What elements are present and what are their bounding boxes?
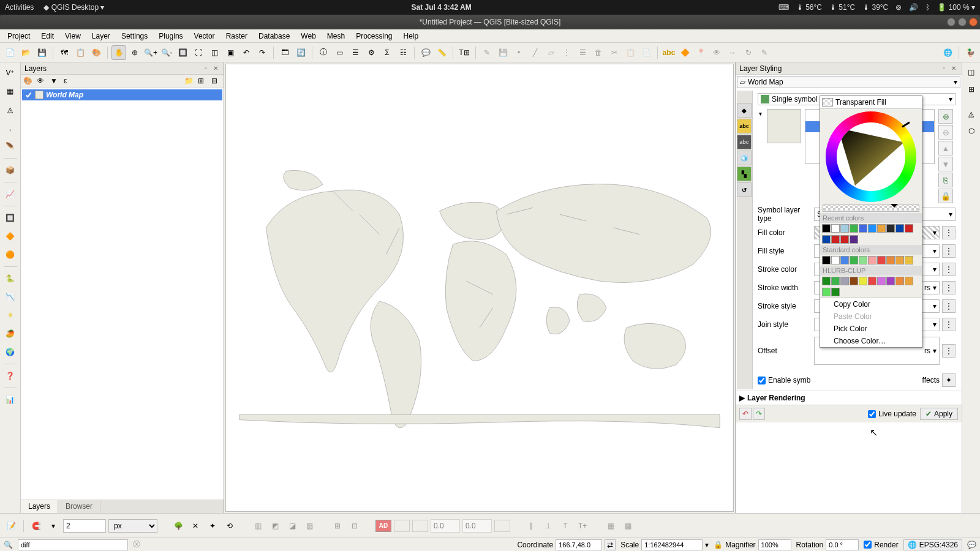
layer-row-world-map[interactable]: World Map [22, 89, 222, 100]
remove-symbol-layer-button[interactable]: ⊖ [938, 125, 953, 140]
cut-features-button[interactable]: ✂ [607, 45, 622, 60]
topology-toolbar-button[interactable]: ◬ [964, 107, 979, 121]
zoom-next-button[interactable]: ↷ [255, 45, 270, 60]
plugin-c-button[interactable]: 🟠 [2, 247, 18, 263]
copy-color-item[interactable]: Copy Color [820, 298, 922, 310]
pin-labels-button[interactable]: 📍 [693, 45, 708, 60]
zoom-selection-button[interactable]: ◫ [207, 45, 222, 60]
cad-t2-button[interactable]: T+ [575, 519, 590, 533]
crs-button[interactable]: 🌐 EPSG:4326 [903, 539, 962, 550]
label-tool-button[interactable]: abc [662, 45, 676, 60]
fill-color-dd-button[interactable]: ⋮ [942, 226, 956, 239]
color-triangle[interactable] [838, 128, 904, 186]
apply-button[interactable]: ✔ Apply [920, 408, 958, 420]
style-preset-icon[interactable]: 🎨 [23, 77, 33, 86]
wifi-icon[interactable]: ⊚ [895, 3, 902, 12]
stroke-color-dd-button[interactable]: ⋮ [942, 263, 956, 276]
add-vector-layer-button[interactable]: V⁺ [2, 65, 18, 81]
new-map-view-button[interactable]: 🗔 [277, 45, 292, 60]
print-layout-button[interactable]: 🗺 [57, 45, 72, 60]
volume-icon[interactable]: 🔊 [909, 3, 918, 12]
annotation-text-button[interactable]: T⊞ [457, 45, 472, 60]
rotate-label-button[interactable]: ↻ [741, 45, 756, 60]
vertex-tool-button[interactable]: ⋮ [559, 45, 574, 60]
help-plugin-button[interactable]: ❓ [2, 368, 18, 384]
plugin-a-button[interactable]: 🔲 [2, 210, 18, 226]
layers-panel-close-button[interactable]: ✕ [211, 64, 220, 73]
scale-input[interactable] [641, 539, 703, 550]
offset-dd-button[interactable]: ⋮ [942, 344, 956, 358]
tab-browser[interactable]: Browser [58, 500, 100, 513]
advanced-digitize-a-button[interactable]: ▥ [251, 519, 265, 533]
cad-toggle-button[interactable]: ⊞ [330, 519, 345, 533]
cad-parallel-button[interactable]: ∥ [524, 519, 538, 533]
add-csv-layer-button[interactable]: , [2, 120, 18, 136]
style-undo-button[interactable]: ↶ [739, 408, 752, 420]
misc-tool-a[interactable]: ▦ [603, 519, 618, 533]
delete-selected-button[interactable]: 🗑 [591, 45, 606, 60]
color-swatch[interactable] [877, 256, 886, 264]
layer-visibility-checkbox[interactable] [24, 91, 32, 99]
alpha-slider[interactable] [823, 204, 919, 212]
alpha-marker[interactable] [891, 204, 898, 211]
live-update-checkbox[interactable]: Live update [868, 410, 916, 418]
color-swatch[interactable] [831, 256, 840, 264]
filter-layers-icon[interactable]: 👁 [37, 77, 47, 86]
color-swatch[interactable] [877, 277, 886, 285]
menu-database[interactable]: Database [254, 31, 295, 42]
show-labels-button[interactable]: 👁 [709, 45, 724, 60]
save-project-button[interactable]: 💾 [34, 45, 49, 60]
menu-web[interactable]: Web [296, 31, 320, 42]
color-swatch[interactable] [886, 256, 895, 264]
plugin-network-button[interactable]: 🌐 [940, 45, 955, 60]
pick-color-item[interactable]: Pick Color [820, 323, 922, 335]
paste-features-button[interactable]: 📄 [639, 45, 654, 60]
lock-symbol-button[interactable]: 🔒 [938, 189, 953, 203]
diagram-tool-button[interactable]: 🔶 [677, 45, 692, 60]
snapping-toggle-button[interactable]: 🧲 [29, 519, 43, 533]
add-symbol-layer-button[interactable]: ⊕ [938, 109, 953, 124]
spreadsheet-plugin-button[interactable]: 📊 [2, 392, 18, 408]
save-edits-button[interactable]: 💾 [496, 45, 510, 60]
select-value-button[interactable]: ☰ [348, 45, 363, 60]
color-swatch[interactable] [850, 256, 858, 264]
grass-plugin-button[interactable]: ✳ [2, 307, 18, 323]
color-swatch[interactable] [905, 224, 913, 233]
coordinate-input[interactable] [556, 539, 602, 550]
color-swatch[interactable] [822, 235, 831, 244]
layer-rendering-section[interactable]: ▶ Layer Rendering [736, 391, 962, 405]
layout-manager-button[interactable]: 📋 [73, 45, 88, 60]
snap-intersect-button[interactable]: ✦ [205, 519, 220, 533]
python-console-button[interactable]: 🐍 [2, 271, 18, 287]
color-sv-marker[interactable] [882, 173, 887, 178]
attributes-table-button[interactable]: ☷ [396, 45, 410, 60]
refresh-button[interactable]: 🔄 [293, 45, 308, 60]
color-swatch[interactable] [822, 277, 831, 285]
add-mesh-layer-button[interactable]: ◬ [2, 102, 18, 118]
cad-perp-button[interactable]: ⊥ [541, 519, 556, 533]
menu-help[interactable]: Help [399, 31, 424, 42]
add-group-icon[interactable]: 📁 [184, 77, 194, 86]
window-minimize-button[interactable] [947, 18, 956, 26]
duplicate-symbol-button[interactable]: ⎘ [938, 173, 953, 187]
menu-settings[interactable]: Settings [116, 31, 153, 42]
change-label-button[interactable]: ✎ [757, 45, 772, 60]
db-plugin-button[interactable]: 🥭 [2, 326, 18, 342]
styling-panel-undock-button[interactable]: ▫ [940, 64, 948, 73]
window-close-button[interactable] [969, 18, 978, 26]
expand-all-icon[interactable]: ε [64, 77, 74, 86]
symbol-expand-button[interactable]: ▾ [758, 109, 763, 118]
menu-vector[interactable]: Vector [189, 31, 220, 42]
move-up-symbol-button[interactable]: ▲ [938, 141, 953, 156]
misc-tool-b[interactable]: ▩ [620, 519, 635, 533]
fill-style-dd-button[interactable]: ⋮ [942, 244, 956, 258]
color-swatch[interactable] [895, 277, 904, 285]
color-swatch[interactable] [831, 224, 840, 233]
topology-check-button[interactable]: ⬡ [964, 124, 979, 138]
color-swatch[interactable] [850, 277, 858, 285]
transparent-fill-option[interactable]: Transparent Fill [820, 96, 922, 109]
snap-unit-selector[interactable]: px [108, 519, 157, 533]
color-swatch[interactable] [840, 256, 849, 264]
snap-self-button[interactable]: ⟲ [222, 519, 237, 533]
stroke-width-dd-button[interactable]: ⋮ [942, 281, 956, 294]
